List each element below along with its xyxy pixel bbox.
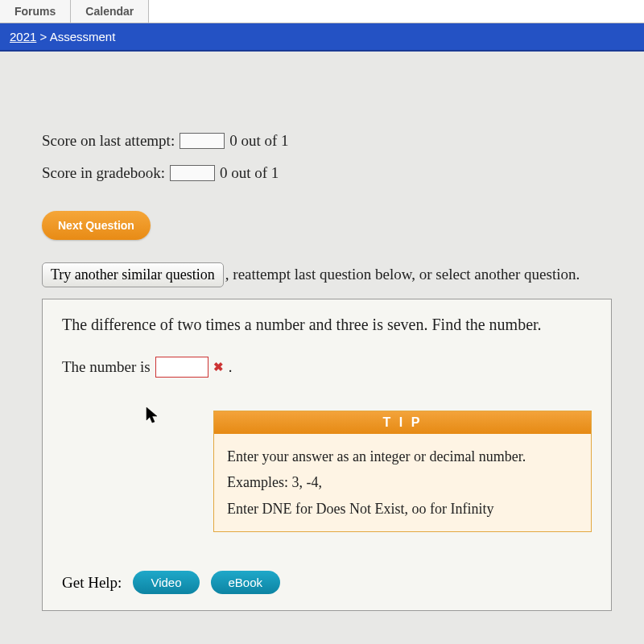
retry-text: , reattempt last question below, or sele… — [225, 266, 580, 283]
score-last-attempt-value: 0 out of 1 — [229, 132, 288, 150]
retry-row: Try another similar question, reattempt … — [42, 262, 612, 287]
main-content: Score on last attempt: 0 out of 1 Score … — [0, 52, 644, 627]
breadcrumb-current: Assessment — [50, 30, 116, 43]
tip-line-2: Enter DNE for Does Not Exist, oo for Inf… — [227, 496, 578, 522]
tab-calendar[interactable]: Calendar — [71, 0, 149, 23]
score-last-attempt-box — [180, 133, 225, 149]
answer-line: The number is ✖ . — [62, 357, 592, 378]
help-ebook-button[interactable]: eBook — [211, 571, 281, 594]
answer-input[interactable] — [155, 357, 208, 378]
try-another-button[interactable]: Try another similar question — [42, 262, 224, 287]
score-last-attempt-row: Score on last attempt: 0 out of 1 — [42, 132, 612, 150]
score-gradebook-row: Score in gradebook: 0 out of 1 — [42, 164, 612, 182]
score-gradebook-label: Score in gradebook: — [42, 164, 165, 182]
question-prompt: The difference of two times a number and… — [62, 316, 592, 334]
answer-prefix: The number is — [62, 358, 151, 376]
nav-tabs: Forums Calendar — [0, 0, 644, 23]
wrong-mark-icon: ✖ — [213, 360, 224, 374]
score-gradebook-box — [170, 165, 215, 181]
breadcrumb: 2021 > Assessment — [0, 23, 644, 52]
breadcrumb-sep: > — [36, 30, 49, 43]
tip-header: T I P — [214, 411, 591, 434]
answer-suffix: . — [229, 358, 233, 376]
breadcrumb-link-2021[interactable]: 2021 — [10, 30, 36, 43]
help-video-button[interactable]: Video — [133, 571, 199, 594]
tab-forums[interactable]: Forums — [0, 0, 71, 23]
next-question-button[interactable]: Next Question — [42, 211, 151, 240]
get-help-label: Get Help: — [62, 574, 122, 592]
score-gradebook-value: 0 out of 1 — [220, 164, 279, 182]
tip-body: Enter your answer as an integer or decim… — [214, 434, 591, 531]
tip-box: T I P Enter your answer as an integer or… — [213, 411, 592, 532]
score-last-attempt-label: Score on last attempt: — [42, 132, 175, 150]
tip-line-1: Enter your answer as an integer or decim… — [227, 444, 578, 496]
get-help-row: Get Help: Video eBook — [62, 571, 592, 594]
question-box: The difference of two times a number and… — [42, 299, 612, 611]
